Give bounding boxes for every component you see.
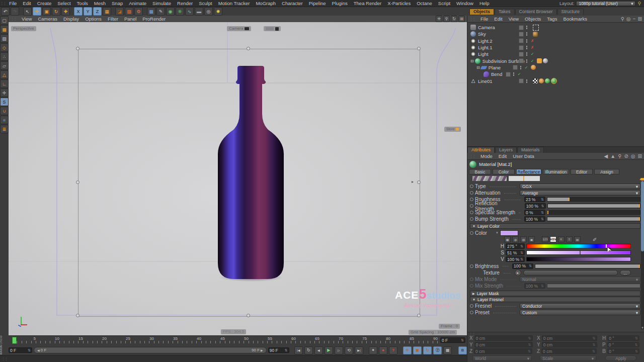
workplane-lock-icon[interactable]: ≣ bbox=[0, 125, 9, 133]
attributes-menu-item[interactable]: User Data bbox=[510, 153, 537, 159]
spinner-icon[interactable]: ⇅ bbox=[520, 251, 523, 255]
material-tag-selected[interactable] bbox=[551, 78, 557, 84]
visibility-dots[interactable] bbox=[526, 59, 528, 63]
hue-value-field[interactable]: 275 °⇅ bbox=[506, 243, 525, 249]
keyframe-selection-button[interactable]: ? bbox=[389, 346, 397, 354]
edges-mode-icon[interactable]: ▱ bbox=[0, 61, 9, 70]
new-window-icon[interactable]: ⊞ bbox=[638, 153, 642, 159]
viewport-menu-item[interactable]: Display bbox=[60, 16, 82, 22]
selection-handle-tr[interactable] bbox=[417, 47, 421, 50]
bottom-strip-grip[interactable]: ⋮⋮ bbox=[2, 357, 8, 361]
spinner-icon[interactable]: ⇅ bbox=[461, 338, 464, 342]
parent-up-icon[interactable]: ▲ bbox=[610, 153, 615, 159]
pan-view-icon[interactable]: ✛ bbox=[436, 16, 442, 22]
layout-dropdown[interactable]: 1080p tutorial (User) ▾ bbox=[576, 1, 635, 6]
objects-menu-item[interactable]: Bookmarks bbox=[560, 16, 590, 22]
object-row-plane[interactable]: ⊟ Plane ✓ bbox=[470, 64, 644, 71]
specular-strength-field[interactable]: 0 %⇅ bbox=[524, 210, 545, 215]
attributes-menu-item[interactable]: Edit bbox=[496, 153, 510, 159]
coordinate-system-icon[interactable]: ▦ bbox=[103, 7, 111, 16]
anim-dot-icon[interactable] bbox=[470, 217, 473, 221]
enabled-state-icon[interactable]: ✓ bbox=[524, 65, 529, 70]
minimize-icon[interactable]: − bbox=[633, 16, 636, 22]
snap-toggle-icon[interactable]: S bbox=[0, 98, 9, 106]
layer-chip[interactable] bbox=[519, 78, 524, 83]
size-z-field[interactable]: 0 cm⇅ bbox=[541, 348, 597, 354]
anim-dot-icon[interactable] bbox=[470, 204, 473, 208]
visibility-dots[interactable] bbox=[526, 25, 528, 30]
object-row-bend[interactable]: Bend ✓ bbox=[470, 71, 644, 77]
pos-y-field[interactable]: 0 cm⇅ bbox=[474, 342, 533, 347]
rot-p-field[interactable]: 0 °⇅ bbox=[607, 342, 639, 347]
hud-camera-chip[interactable]: Camera bbox=[227, 26, 251, 31]
mixer-mode-icon[interactable]: ≡ bbox=[566, 236, 573, 242]
visibility-dots[interactable] bbox=[526, 52, 528, 56]
layer-chip[interactable] bbox=[519, 58, 524, 63]
hud-film-chip[interactable] bbox=[264, 26, 281, 31]
target-tag[interactable] bbox=[533, 25, 539, 31]
view-label-chip[interactable]: Perspective bbox=[11, 26, 36, 31]
mat-tab-reflectance[interactable]: Reflectance bbox=[516, 169, 541, 174]
spinner-icon[interactable]: ⇅ bbox=[541, 217, 544, 221]
layer-mask-section-header[interactable]: ▶ Layer Mask bbox=[470, 291, 640, 296]
object-row-camera[interactable]: Camera bbox=[470, 24, 644, 31]
anim-dot-icon[interactable] bbox=[470, 264, 473, 268]
menu-item[interactable]: Script bbox=[435, 1, 453, 6]
menu-item[interactable]: Octane bbox=[414, 1, 435, 6]
tab-structure[interactable]: Structure bbox=[557, 9, 584, 15]
roughness-value-field[interactable]: 23 %⇅ bbox=[524, 197, 545, 202]
menu-item[interactable]: Sculpt bbox=[196, 1, 215, 6]
preview-range-slider[interactable]: ◀0 F 90 F▶ bbox=[34, 347, 267, 353]
color-expander-icon[interactable]: ▼ bbox=[496, 231, 499, 234]
menu-item[interactable]: Tools bbox=[74, 1, 91, 6]
layer-chip[interactable] bbox=[519, 32, 524, 37]
bottle-object[interactable] bbox=[218, 66, 284, 281]
phong-tag[interactable] bbox=[531, 65, 536, 70]
layer-chip[interactable] bbox=[519, 52, 524, 57]
preset-dropdown[interactable]: Custom▾ bbox=[520, 310, 640, 315]
undo-icon[interactable]: ↶ bbox=[1, 7, 10, 16]
texture-arrow-button[interactable]: ▸ bbox=[515, 269, 521, 276]
object-row-light2[interactable]: Light.2 ✗ bbox=[470, 38, 644, 44]
object-row-light1[interactable]: Light.1 ✗ bbox=[470, 44, 644, 51]
lock-icon[interactable]: ⊘ bbox=[624, 153, 628, 159]
selection-handle-tl[interactable] bbox=[76, 47, 79, 50]
viewport-menu-item[interactable]: Options bbox=[82, 16, 105, 22]
compact-picker-icon[interactable]: ▦ bbox=[504, 236, 511, 242]
move-tool-icon[interactable]: ✛ bbox=[33, 7, 41, 16]
objects-menu-item[interactable]: Tags bbox=[544, 16, 560, 22]
tab-layers[interactable]: Layers bbox=[495, 147, 517, 153]
anim-dot-icon[interactable] bbox=[470, 191, 473, 195]
anim-dot-icon[interactable] bbox=[470, 198, 473, 201]
menu-item[interactable]: Render bbox=[174, 1, 196, 6]
enabled-state-icon[interactable]: ✓ bbox=[517, 72, 522, 76]
start-frame-field[interactable]: 0 F⇅ bbox=[9, 347, 32, 353]
environment-icon[interactable]: ▬ bbox=[195, 7, 203, 16]
attenuation-dropdown[interactable]: Average▾ bbox=[520, 190, 640, 196]
scale-tool-icon[interactable]: ▣ bbox=[42, 7, 51, 16]
axis-mode-icon[interactable]: ∟ bbox=[0, 79, 9, 88]
points-mode-icon[interactable]: ∴ bbox=[0, 52, 9, 61]
smoothing-tag[interactable] bbox=[543, 58, 548, 63]
saturation-value-field[interactable]: 51 %⇅ bbox=[506, 250, 525, 255]
menu-item[interactable]: Simulate bbox=[149, 1, 174, 6]
tab-attributes[interactable]: Attributes bbox=[467, 147, 495, 153]
z-axis-lock-icon[interactable]: Z bbox=[93, 7, 102, 16]
bump-strength-field[interactable]: 100 %⇅ bbox=[524, 216, 545, 222]
play-mode-button[interactable]: ↻ bbox=[304, 346, 313, 354]
viewport-canvas[interactable]: Perspective Camera Store ▸ bbox=[9, 22, 467, 335]
search-icon[interactable]: ⚲ bbox=[621, 16, 624, 22]
model-mode-icon[interactable]: ▩ bbox=[0, 25, 9, 34]
values-mode-icon[interactable]: 123 bbox=[542, 236, 548, 242]
make-editable-icon[interactable]: ▢ bbox=[0, 16, 9, 25]
hud-store-chip[interactable]: Store bbox=[444, 127, 461, 132]
image-picker-icon[interactable]: ▣ bbox=[528, 236, 535, 242]
menu-item[interactable]: Create bbox=[34, 1, 55, 6]
anim-dot-icon[interactable] bbox=[470, 311, 473, 314]
enabled-state-icon[interactable]: ✗ bbox=[530, 45, 535, 50]
menu-item[interactable]: Window bbox=[453, 1, 476, 6]
viewport-menu-item[interactable]: View bbox=[19, 16, 35, 22]
object-row-subdivision-surface[interactable]: ⊟ Subdivision Surface ✓ bbox=[470, 57, 644, 64]
specular-strength-slider[interactable] bbox=[547, 210, 640, 215]
attributes-menubar-grip[interactable]: ⋮⋮ bbox=[467, 154, 477, 158]
